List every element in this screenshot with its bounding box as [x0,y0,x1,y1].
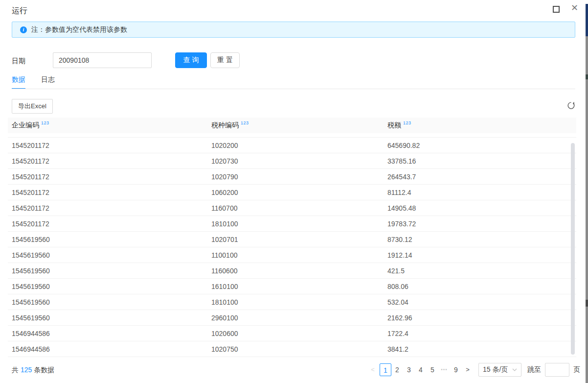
numeric-type-icon: 123 [41,120,49,125]
reset-button[interactable]: 重 置 [210,52,240,68]
column-header: 企业编码123 [8,121,207,130]
query-button[interactable]: 查 询 [175,52,207,68]
dialog-title: 运行 [12,6,27,16]
cell-tax-type-code: 1020200 [207,142,384,149]
cell-tax-amount: 645690.82 [384,142,576,149]
next-page-icon[interactable]: > [462,363,474,376]
page-number[interactable]: 4 [415,363,427,376]
column-header: 税额123 [384,121,576,130]
numeric-type-icon: 123 [403,120,411,125]
table-scrollbar[interactable] [571,143,575,355]
page-number[interactable]: 5 [427,363,438,376]
cell-tax-type-code: 2960100 [207,314,384,322]
background-header-strip [586,4,588,36]
cell-tax-type-code: 1100100 [207,251,384,259]
tab-divider [12,89,575,89]
column-label: 税额 [387,121,401,129]
table-row: 1545201172 1020730 33785.16 [8,153,576,169]
cell-tax-type-code: 1810100 [207,220,384,228]
cell-enterprise-code: 1545201172 [8,142,207,149]
cell-enterprise-code: 1545619560 [8,236,207,243]
cell-tax-amount: 33785.16 [384,157,576,165]
cell-tax-amount: 532.04 [384,298,576,306]
page-unit-label: 页 [573,365,580,374]
cell-enterprise-code: 1545201172 [8,220,207,228]
table-row: 1546944586 1020600 1722.4 [8,326,576,341]
cell-tax-amount: 2162.96 [384,314,576,322]
cell-tax-amount: 1722.4 [384,330,576,337]
table-row: 1545619560 1610100 808.06 [8,279,576,294]
cell-enterprise-code: 1546944586 [8,330,207,337]
total-count: 125 [21,366,32,374]
cell-tax-amount: 808.06 [384,283,576,290]
page-list: 12345•••9 [380,363,462,376]
cell-tax-type-code: 1020701 [207,236,384,243]
cell-tax-amount: 14905.48 [384,204,576,212]
info-icon: i [20,26,27,33]
total-prefix: 共 [12,366,19,374]
cell-tax-type-code: 1020750 [207,345,384,353]
page-number[interactable]: 3 [403,363,415,376]
tab-log[interactable]: 日志 [41,73,55,89]
background-artifact [586,300,588,307]
cell-tax-type-code: 1020790 [207,173,384,181]
page-number[interactable]: 9 [450,363,462,376]
export-excel-button[interactable]: 导出Excel [12,99,53,114]
date-input[interactable] [53,52,152,68]
cell-enterprise-code: 1545201172 [8,189,207,196]
table-row: 1545619560 2960100 2162.96 [8,310,576,326]
tab-data[interactable]: 数据 [12,73,25,89]
page-size-select[interactable]: 15 条/页 [478,363,521,377]
chevron-down-icon [512,368,517,371]
refresh-icon[interactable] [566,101,575,110]
cell-enterprise-code: 1545619560 [8,314,207,322]
table-row: 1545619560 1160600 421.5 [8,263,576,279]
cell-tax-amount: 1912.14 [384,251,576,259]
background-edge [586,0,588,383]
notice-text: 注：参数值为空代表禁用该参数 [31,25,127,34]
cell-tax-type-code: 1810100 [207,298,384,306]
run-dialog: 运行 ✕ i 注：参数值为空代表禁用该参数 日期 查 询 重 置 数据 日志 导… [0,0,588,383]
notice-banner: i 注：参数值为空代表禁用该参数 [12,22,575,38]
jump-to-label: 跳至 [527,365,541,374]
cell-tax-amount: 8730.12 [384,236,576,243]
table-row: 1545619560 1100100 1912.14 [8,247,576,263]
maximize-icon[interactable] [553,6,560,13]
cell-tax-amount: 81112.4 [384,189,576,196]
cell-tax-amount: 421.5 [384,267,576,275]
total-records: 共 125 条数据 [12,360,54,380]
table-body: 1545201172 1020200 645690.82 1545201172 … [8,137,576,357]
cell-enterprise-code: 1546944586 [8,345,207,353]
background-body-strip [586,36,588,383]
cell-enterprise-code: 1545619560 [8,267,207,275]
cell-tax-type-code: 1160700 [207,204,384,212]
cell-tax-type-code: 1610100 [207,283,384,290]
cell-enterprise-code: 1545201172 [8,173,207,181]
cell-tax-amount: 3841.2 [384,345,576,353]
page-number[interactable]: 1 [380,363,391,376]
cell-enterprise-code: 1545619560 [8,283,207,290]
numeric-type-icon: 123 [241,120,249,125]
pagination: < 12345•••9 > 15 条/页 跳至 页 [367,363,581,377]
prev-page-icon[interactable]: < [367,363,379,376]
tab-bar: 数据 日志 [12,73,55,89]
cell-enterprise-code: 1545619560 [8,251,207,259]
cell-tax-type-code: 1020730 [207,157,384,165]
table-row: 1545201172 1060200 81112.4 [8,185,576,200]
table-row: 1546944586 1020750 3841.2 [8,341,576,357]
cell-enterprise-code: 1545619560 [8,298,207,306]
jump-page-input[interactable] [545,363,569,377]
page-number[interactable]: ••• [438,363,450,376]
cell-tax-type-code: 1060200 [207,189,384,196]
date-label: 日期 [12,57,25,66]
page-size-value: 15 条/页 [483,365,508,374]
table-row: 1545619560 1020701 8730.12 [8,232,576,247]
close-icon[interactable]: ✕ [571,3,578,12]
cell-tax-amount: 19783.72 [384,220,576,228]
cell-tax-amount: 264543.7 [384,173,576,181]
table-row: 1545619560 1810100 532.04 [8,294,576,310]
column-label: 企业编码 [12,121,39,129]
table-header: 企业编码123 税种编码123 税额123 [8,118,576,133]
page-number[interactable]: 2 [391,363,403,376]
cell-tax-type-code: 1160600 [207,267,384,275]
